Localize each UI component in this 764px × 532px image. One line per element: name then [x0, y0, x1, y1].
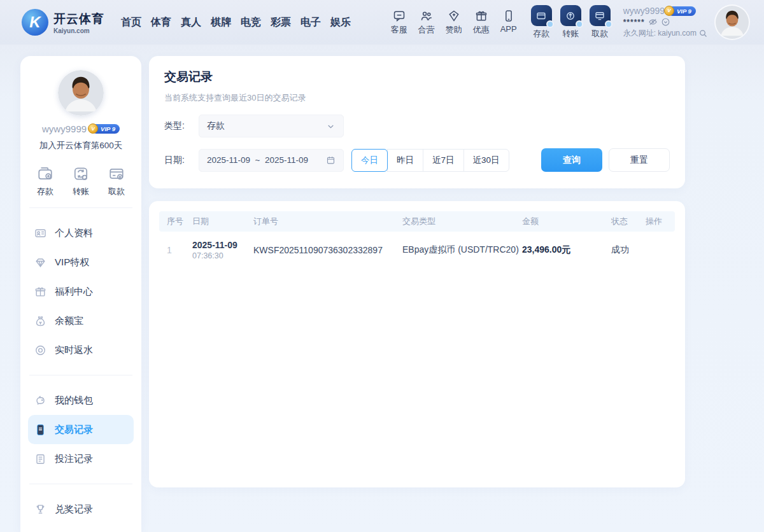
sidebar-withdraw-button[interactable]: 取款 — [108, 165, 125, 197]
sidebar-item-wallet[interactable]: 我的钱包 — [28, 386, 134, 415]
service-partners[interactable]: 合营 — [418, 10, 435, 36]
range-30days-button[interactable]: 近30日 — [463, 149, 509, 172]
date-range-input[interactable]: 2025-11-09 ~ 2025-11-09 — [199, 149, 344, 172]
cell-date: 2025-11-09 07:36:30 — [192, 240, 253, 260]
sidebar-item-bet-records[interactable]: 投注记录 — [28, 444, 134, 473]
cell-order-no: KWSF202511090736302332897 — [253, 245, 402, 255]
withdraw-icon — [108, 165, 125, 182]
sidebar: wywy9999 V VIP 9 加入开云体育第600天 存款 转账 — [20, 56, 141, 532]
nav-item-live[interactable]: 真人 — [181, 16, 201, 29]
benefits-gift-icon — [34, 286, 46, 298]
quick-action-label: 转账 — [73, 186, 89, 197]
sidebar-item-yuebao[interactable]: 余额宝 — [28, 306, 134, 335]
divider — [29, 207, 132, 208]
col-type: 交易类型 — [402, 216, 522, 227]
moneybag-icon — [34, 315, 46, 327]
range-yesterday-button[interactable]: 昨日 — [387, 149, 423, 172]
cell-type: EBpay虚拟币 (USDT/TRC20) — [402, 244, 522, 256]
table-row: 1 2025-11-09 07:36:30 KWSF20251109073630… — [159, 232, 675, 269]
query-button[interactable]: 查询 — [541, 148, 602, 172]
service-label: 客服 — [391, 24, 407, 36]
bet-record-icon — [34, 453, 46, 465]
sidebar-transfer-button[interactable]: 转账 — [73, 165, 89, 197]
chevron-down-icon — [326, 122, 336, 131]
eye-off-icon[interactable] — [648, 17, 658, 27]
sidebar-quick-actions: 存款 转账 取款 — [20, 165, 141, 197]
divider — [29, 375, 132, 375]
header-avatar[interactable] — [716, 6, 749, 39]
vip-badge: V VIP 9 — [668, 6, 696, 16]
sidebar-item-label: 个人资料 — [55, 227, 93, 239]
tile-label: 取款 — [591, 28, 608, 39]
sidebar-item-rebate[interactable]: 实时返水 — [28, 335, 134, 365]
sidebar-item-benefits[interactable]: 福利中心 — [28, 277, 134, 306]
page-title: 交易记录 — [164, 69, 670, 85]
tile-label: 转账 — [562, 28, 579, 39]
brand-logo[interactable]: K 开云体育 Kaiyun.com — [22, 9, 104, 36]
sidebar-vip-badge: V VIP 9 — [92, 124, 120, 134]
range-today-button[interactable]: 今日 — [351, 149, 388, 172]
table-header-row: 序号 日期 订单号 交易类型 金额 状态 操作 — [159, 211, 675, 232]
service-sponsor[interactable]: 赞助 — [446, 10, 462, 36]
header-withdraw-button[interactable]: 取款 — [590, 5, 611, 39]
service-app-download[interactable]: APP — [500, 10, 517, 36]
sidebar-deposit-button[interactable]: 存款 — [37, 165, 53, 197]
nav-item-casino[interactable]: 娱乐 — [330, 16, 351, 29]
service-promotions[interactable]: 优惠 — [473, 10, 490, 36]
search-icon[interactable] — [698, 29, 708, 38]
service-customer-support[interactable]: 客服 — [391, 10, 407, 36]
topbar: K 开云体育 Kaiyun.com 首页 体育 真人 棋牌 电竞 彩票 电子 娱… — [0, 0, 764, 45]
sidebar-item-profile[interactable]: 个人资料 — [28, 218, 134, 248]
nav-item-home[interactable]: 首页 — [121, 16, 141, 29]
divider — [29, 484, 132, 484]
reset-button[interactable]: 重置 — [609, 148, 670, 172]
col-index: 序号 — [167, 216, 192, 227]
layout: wywy9999 V VIP 9 加入开云体育第600天 存款 转账 — [0, 45, 764, 532]
vip-level-label: VIP 9 — [677, 8, 691, 15]
sidebar-avatar[interactable] — [58, 70, 104, 116]
date-separator: ~ — [255, 155, 260, 165]
nav-item-esports[interactable]: 电竞 — [241, 16, 261, 29]
vip-medal-icon: V — [88, 123, 98, 134]
sidebar-item-label: 福利中心 — [55, 286, 93, 298]
page-subtitle: 当前系统支持查询最近30日的交易记录 — [164, 92, 670, 104]
type-select[interactable]: 存款 — [199, 115, 344, 137]
sidebar-item-messages[interactable]: 消息中心 99+ — [28, 524, 134, 532]
sidebar-item-transactions[interactable]: 交易记录 — [28, 415, 134, 444]
nav-item-lottery[interactable]: 彩票 — [271, 16, 291, 29]
col-amount: 金额 — [522, 216, 611, 227]
header-transfer-button[interactable]: 转账 — [560, 5, 581, 39]
cell-date-time: 07:36:30 — [192, 251, 253, 260]
col-action: 操作 — [646, 216, 667, 227]
cell-status: 成功 — [611, 244, 646, 256]
chevron-circle-icon[interactable] — [661, 17, 670, 27]
sidebar-item-label: 实时返水 — [55, 344, 93, 356]
sidebar-item-label: 投注记录 — [55, 453, 93, 465]
sidebar-item-vip[interactable]: VIP特权 — [28, 248, 134, 277]
date-start: 2025-11-09 — [207, 155, 250, 165]
service-label: APP — [500, 24, 517, 34]
tile-badge — [605, 20, 612, 28]
tile-badge — [546, 20, 554, 28]
transfer-tile-icon — [565, 10, 576, 22]
cell-date-day: 2025-11-09 — [192, 240, 253, 250]
deposit-icon — [37, 165, 53, 182]
cell-index: 1 — [167, 245, 192, 255]
service-label: 赞助 — [446, 24, 462, 36]
sidebar-item-prize-records[interactable]: 兑奖记录 — [28, 494, 134, 524]
date-filter-row: 日期: 2025-11-09 ~ 2025-11-09 今日 昨日 近7日 — [164, 148, 670, 172]
sponsor-icon — [448, 10, 460, 22]
date-label: 日期: — [164, 155, 192, 166]
transactions-ledger-icon — [34, 424, 46, 436]
main-nav: 首页 体育 真人 棋牌 电竞 彩票 电子 娱乐 — [121, 16, 351, 29]
type-select-value: 存款 — [207, 120, 225, 132]
brand-domain: Kaiyun.com — [53, 27, 104, 34]
nav-item-sports[interactable]: 体育 — [151, 16, 171, 29]
user-info-block: wywy9999 V VIP 9 ****** 永久网址: kaiyun.com — [623, 6, 708, 39]
header-deposit-button[interactable]: 存款 — [531, 5, 552, 39]
sidebar-item-label: 余额宝 — [55, 315, 83, 327]
filter-panel: 交易记录 当前系统支持查询最近30日的交易记录 类型: 存款 日期: 2025-… — [149, 56, 685, 188]
nav-item-board[interactable]: 棋牌 — [211, 16, 231, 29]
nav-item-slots[interactable]: 电子 — [301, 16, 321, 29]
range-7days-button[interactable]: 近7日 — [423, 149, 464, 172]
